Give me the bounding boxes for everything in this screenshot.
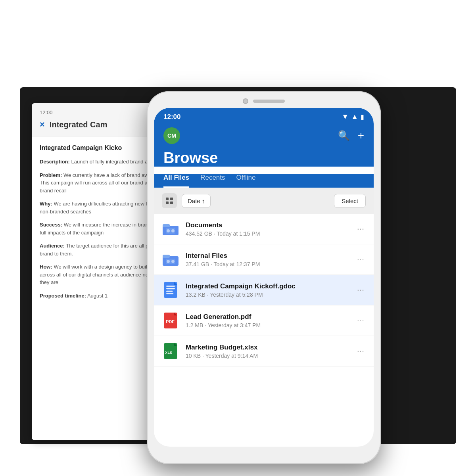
toolbar: Date ↑ Select [154, 188, 374, 214]
phone-top-hardware [154, 98, 374, 104]
tab-all-files[interactable]: All Files [163, 174, 189, 188]
section-label: Why: [40, 201, 52, 207]
file-more-button[interactable]: ··· [355, 222, 366, 236]
sort-button[interactable]: Date ↑ [182, 194, 211, 208]
section-label: Proposed timeline: [40, 293, 86, 299]
file-meta: 1.2 MB · Yesterday at 3:47 PM [186, 322, 349, 328]
file-info: Marketing Budget.xlsx10 KB · Yesterday a… [186, 344, 349, 359]
file-info: Lead Generation.pdf1.2 MB · Yesterday at… [186, 313, 349, 328]
svg-rect-13 [166, 291, 173, 292]
file-list: Documents434.52 GB · Today at 1:15 PM···… [154, 214, 374, 367]
tabs-bar: All Files Recents Offline [154, 174, 374, 188]
svg-text:PDF: PDF [166, 319, 175, 324]
tab-offline[interactable]: Offline [236, 174, 256, 188]
back-doc-title: Integrated Cam [50, 120, 107, 129]
status-bar: 12:00 ▼ ▲ ▮ [154, 108, 374, 124]
file-name: Marketing Budget.xlsx [186, 344, 349, 351]
file-item[interactable]: Documents434.52 GB · Today at 1:15 PM··· [154, 214, 374, 244]
phone-container: 12:00 ▼ ▲ ▮ CM 🔍 + Browse [147, 91, 381, 464]
search-icon[interactable]: 🔍 [338, 130, 350, 141]
svg-point-8 [167, 260, 170, 263]
status-icons: ▼ ▲ ▮ [342, 113, 364, 121]
battery-icon: ▮ [361, 113, 364, 121]
file-item[interactable]: PDF Lead Generation.pdf1.2 MB · Yesterda… [154, 305, 374, 336]
status-time: 12:00 [163, 113, 180, 121]
svg-rect-1 [163, 224, 170, 227]
svg-text:XLS: XLS [165, 351, 172, 355]
svg-point-9 [171, 260, 175, 263]
file-item[interactable]: XLS Marketing Budget.xlsx10 KB · Yesterd… [154, 336, 374, 367]
phone-speaker [253, 100, 285, 103]
back-doc-close[interactable]: × [40, 119, 45, 130]
section-text: August 1 [86, 293, 107, 299]
folder-icon [162, 220, 179, 238]
gdoc-icon [162, 281, 179, 299]
phone-camera [243, 98, 248, 104]
svg-point-3 [167, 229, 170, 232]
svg-point-4 [171, 229, 175, 232]
grid-view-button[interactable] [162, 193, 177, 208]
section-label: Description: [40, 159, 70, 165]
header-actions: 🔍 + [338, 129, 364, 142]
browse-title: Browse [163, 150, 364, 167]
file-meta: 434.52 GB · Today at 1:15 PM [186, 230, 349, 237]
file-meta: 37.41 GB · Today at 12:37 PM [186, 261, 349, 267]
app-header: CM 🔍 + Browse [154, 124, 374, 167]
section-label: How: [40, 264, 52, 270]
file-name: Documents [186, 221, 349, 229]
file-more-button[interactable]: ··· [355, 344, 366, 358]
section-label: Audience: [40, 243, 65, 249]
phone-screen: 12:00 ▼ ▲ ▮ CM 🔍 + Browse [154, 108, 374, 447]
select-button[interactable]: Select [334, 194, 366, 208]
file-info: Internal Files37.41 GB · Today at 12:37 … [186, 252, 349, 267]
file-meta: 10 KB · Yesterday at 9:14 AM [186, 353, 349, 359]
section-label: Problem: [40, 172, 62, 178]
add-icon[interactable]: + [358, 129, 364, 142]
file-item[interactable]: Integrated Campaign Kickoff.gdoc13.2 KB … [154, 275, 374, 305]
file-name: Lead Generation.pdf [186, 313, 349, 321]
svg-rect-6 [163, 255, 170, 258]
file-name: Internal Files [186, 252, 349, 260]
pdf-icon: PDF [162, 312, 179, 329]
file-info: Integrated Campaign Kickoff.gdoc13.2 KB … [186, 282, 349, 298]
file-more-button[interactable]: ··· [355, 283, 366, 297]
file-info: Documents434.52 GB · Today at 1:15 PM [186, 221, 349, 237]
file-item[interactable]: Internal Files37.41 GB · Today at 12:37 … [154, 244, 374, 275]
user-avatar[interactable]: CM [163, 127, 180, 144]
file-meta: 13.2 KB · Yesterday at 5:28 PM [186, 292, 349, 298]
folder-icon [162, 251, 179, 268]
signal-icon: ▲ [351, 113, 358, 121]
file-name: Integrated Campaign Kickoff.gdoc [186, 282, 349, 290]
file-more-button[interactable]: ··· [355, 253, 366, 266]
svg-rect-11 [166, 286, 175, 287]
svg-rect-12 [166, 288, 175, 289]
file-more-button[interactable]: ··· [355, 314, 366, 327]
grid-view-icon [166, 198, 173, 204]
tab-recents[interactable]: Recents [200, 174, 225, 188]
app-header-top: CM 🔍 + [163, 127, 364, 144]
section-label: Success: [40, 222, 62, 228]
phone-shell: 12:00 ▼ ▲ ▮ CM 🔍 + Browse [147, 91, 381, 464]
xlsx-icon: XLS [162, 342, 179, 360]
wifi-icon: ▼ [342, 113, 349, 121]
svg-rect-14 [166, 293, 173, 294]
